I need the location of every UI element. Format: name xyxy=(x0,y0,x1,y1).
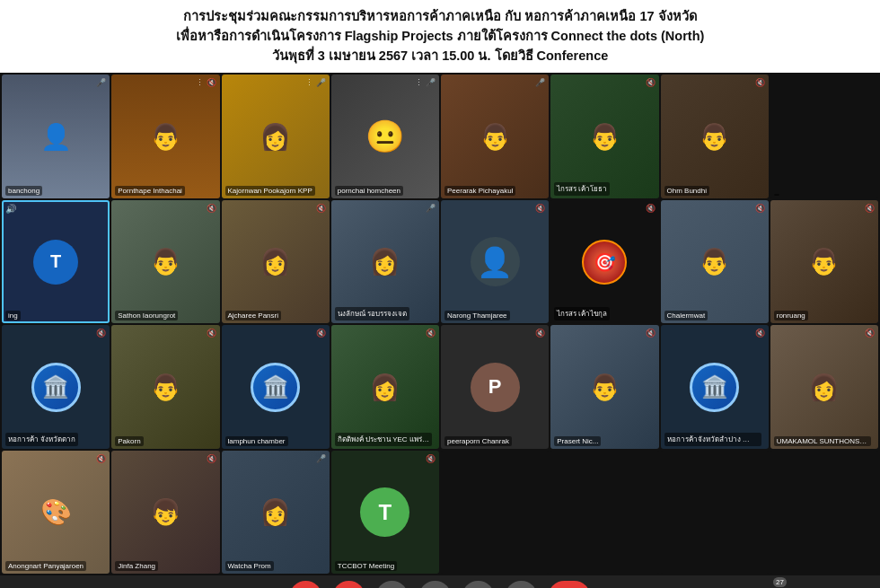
mute-mic-button[interactable]: 🎤 xyxy=(290,581,322,588)
emoji-button[interactable]: 😊 xyxy=(376,581,409,588)
participant-cell[interactable] xyxy=(770,75,878,198)
header-line2: เพื่อหารือการดำเนินโครงการ Flagship Proj… xyxy=(18,27,862,47)
meeting-header: การประชุมร่วมคณะกรรมการบริหารหอการค้าภาค… xyxy=(0,0,880,73)
toolbar-controls: 🎤 📷 😊 📤 ⏺ ⋯ 📵 xyxy=(290,581,591,588)
mic-icon: 🎤 xyxy=(426,78,436,87)
mic-icon: 🎤 xyxy=(96,78,106,87)
toolbar-right-controls: 👥 27 ℹ️ 👤 xyxy=(751,581,866,588)
participant-cell[interactable]: 👩 UMAKAMOL SUNTHONSUR... 🔇 xyxy=(770,325,878,449)
participant-cell[interactable]: 👩 Kajornwan Pookajorn KPP 🎤 ⋮ xyxy=(222,75,330,198)
mic-muted-icon: 🔇 xyxy=(646,78,656,87)
participant-name: Ohm Bundhi xyxy=(664,186,709,196)
participant-cell[interactable]: 👩 นงลักษณ์ รอบรรจงเจต 🎤 xyxy=(331,200,439,324)
participant-cell[interactable]: 🏛️ หอการค้าจังหวัดลำปาง ลำปาง 🔇 xyxy=(661,325,769,449)
mic-icon: 🎤 xyxy=(316,454,326,463)
mic-muted-icon: 🔇 xyxy=(646,204,656,213)
mic-muted-icon: 🔇 xyxy=(316,329,326,338)
participant-name: Sathon Iaorungrot xyxy=(115,311,178,320)
mic-muted-icon: 🔇 xyxy=(207,454,216,463)
record-button[interactable]: ⏺ xyxy=(462,581,495,588)
mic-muted-icon: 🔇 xyxy=(207,78,216,87)
participant-name: ronruang xyxy=(774,311,808,320)
mic-icon: 🎤 xyxy=(535,78,545,87)
participant-cell[interactable]: 👨 Prasert Nic... 🔇 xyxy=(550,325,658,449)
participant-cell xyxy=(661,451,769,575)
participant-cell[interactable]: 👨 Chalermwat 🔇 xyxy=(661,200,769,324)
participant-name: ไกรสร เค้าไขกุล xyxy=(554,307,610,320)
participant-cell[interactable]: 👦 Jinfa Zhang 🔇 xyxy=(111,451,219,575)
participant-cell xyxy=(550,451,658,575)
participant-cell[interactable]: 👩 Ajcharee Pansri 🔇 xyxy=(222,200,330,324)
participant-name: Ajcharee Pansri xyxy=(225,311,281,320)
more-options-button[interactable]: ⋯ xyxy=(506,581,538,588)
participant-cell[interactable]: 👨 Sathon Iaorungrot 🔇 xyxy=(111,200,219,324)
menu-dots-icon[interactable]: ⋮ xyxy=(196,78,204,87)
menu-dots-icon[interactable]: ⋮ xyxy=(415,78,423,87)
participant-cell[interactable]: 🎯 ไกรสร เค้าไขกุล 🔇 xyxy=(550,200,658,324)
participant-name: Pornthape Inthachai xyxy=(115,186,185,196)
video-grid: 👤 banchong 🎤 👨 Pornthape Inthachai 🔇 ⋮ 👩… xyxy=(0,73,880,575)
participant-name: นงลักษณ์ รอบรรจงเจต xyxy=(335,307,409,320)
mic-muted-icon: 🔇 xyxy=(426,454,436,463)
share-screen-button[interactable]: 📤 xyxy=(419,581,452,588)
participant-cell[interactable]: 🏛️ lamphun chamber 🔇 xyxy=(222,325,330,449)
mic-muted-icon: 🔇 xyxy=(426,329,436,338)
mic-muted-icon: 🔇 xyxy=(316,204,326,213)
header-line3: วันพุธที่ 3 เมษายน 2567 เวลา 15.00 น. โด… xyxy=(18,47,862,66)
audio-active-icon: 🔊 xyxy=(5,204,16,214)
participant-count-badge: 27 xyxy=(773,577,787,587)
participant-cell[interactable]: 👤 banchong 🎤 xyxy=(2,75,110,198)
participant-cell[interactable]: 🎨 Anongnart Panyajaroen 🔇 xyxy=(2,451,110,575)
mic-muted-icon: 🔇 xyxy=(535,329,545,338)
mic-muted-icon: 🔇 xyxy=(207,329,216,338)
stop-camera-button[interactable]: 📷 xyxy=(333,581,365,588)
info-button[interactable]: ℹ️ xyxy=(792,581,824,588)
mic-muted-icon: 🔇 xyxy=(96,454,106,463)
participant-cell[interactable]: 👩 Watcha Prom 🎤 xyxy=(222,451,330,575)
participant-cell[interactable]: 😐 pornchai homcheen 🎤 ⋮ xyxy=(331,75,439,198)
mic-muted-icon: 🔇 xyxy=(865,204,875,213)
participant-cell xyxy=(770,451,878,575)
people-button[interactable]: 👤 xyxy=(833,581,866,588)
participant-cell[interactable]: 👨 ไกรสร เค้าโยธา 🔇 xyxy=(550,75,658,198)
participant-cell[interactable]: T TCCBOT Meeting 🔇 xyxy=(331,451,439,575)
participant-cell[interactable]: P peeraporn Chanrak 🔇 xyxy=(441,325,549,449)
participant-name xyxy=(774,194,779,196)
participant-name: Narong Thamjaree xyxy=(444,311,510,320)
mic-muted-icon: 🔇 xyxy=(755,204,765,213)
participant-name: Jinfa Zhang xyxy=(115,561,158,571)
participant-name: Peerarak Pichayakul xyxy=(444,186,515,196)
participant-name: Anongnart Panyajaroen xyxy=(5,561,86,571)
menu-dots-icon[interactable]: ⋮ xyxy=(305,78,313,87)
participant-name: pornchai homcheen xyxy=(335,186,403,196)
participant-cell[interactable]: 👩 กิตติพงค์ ประชาน YEC แพร่สวรรค์ 🔇 xyxy=(331,325,439,449)
participant-name: UMAKAMOL SUNTHONSUR... xyxy=(774,436,871,446)
mic-icon: 🎤 xyxy=(426,204,436,213)
participant-cell[interactable]: 👤 Narong Thamjaree 🔇 xyxy=(441,200,549,324)
mic-muted-icon: 🔇 xyxy=(96,329,106,338)
mic-muted-icon: 🔇 xyxy=(865,329,875,338)
participant-name: lamphun chamber xyxy=(225,436,288,446)
mic-muted-icon: 🔇 xyxy=(207,204,216,213)
mic-muted-icon: 🔇 xyxy=(535,204,545,213)
mic-muted-icon: 🔇 xyxy=(646,329,656,338)
header-line1: การประชุมร่วมคณะกรรมการบริหารหอการค้าภาค… xyxy=(18,7,862,27)
participant-name: Kajornwan Pookajorn KPP xyxy=(225,186,315,196)
participant-name: หอการค้า จังหวัดตาก xyxy=(5,433,78,446)
participant-name: peeraporn Chanrak xyxy=(444,436,512,446)
participant-cell[interactable]: 👨 ronruang 🔇 xyxy=(770,200,878,324)
participants-button[interactable]: 👥 27 xyxy=(751,581,783,588)
participant-cell[interactable]: 👨 Pakorn 🔇 xyxy=(111,325,219,449)
participant-cell xyxy=(441,451,549,575)
participant-name: ing xyxy=(5,311,21,320)
participant-cell[interactable]: 👨 Ohm Bundhi 🔇 xyxy=(661,75,769,198)
participant-cell[interactable]: T 🔊 ing xyxy=(2,200,110,324)
participant-cell[interactable]: 👨 Peerarak Pichayakul 🎤 xyxy=(441,75,549,198)
participant-name: Prasert Nic... xyxy=(554,436,601,446)
participant-cell[interactable]: 🏛️ หอการค้า จังหวัดตาก 🔇 xyxy=(2,325,110,449)
participant-name: Chalermwat xyxy=(664,311,708,320)
participant-name: Pakorn xyxy=(115,436,143,446)
participant-cell[interactable]: 👨 Pornthape Inthachai 🔇 ⋮ xyxy=(111,75,219,198)
mic-muted-icon: 🔇 xyxy=(755,78,765,87)
end-call-button[interactable]: 📵 xyxy=(549,581,591,588)
